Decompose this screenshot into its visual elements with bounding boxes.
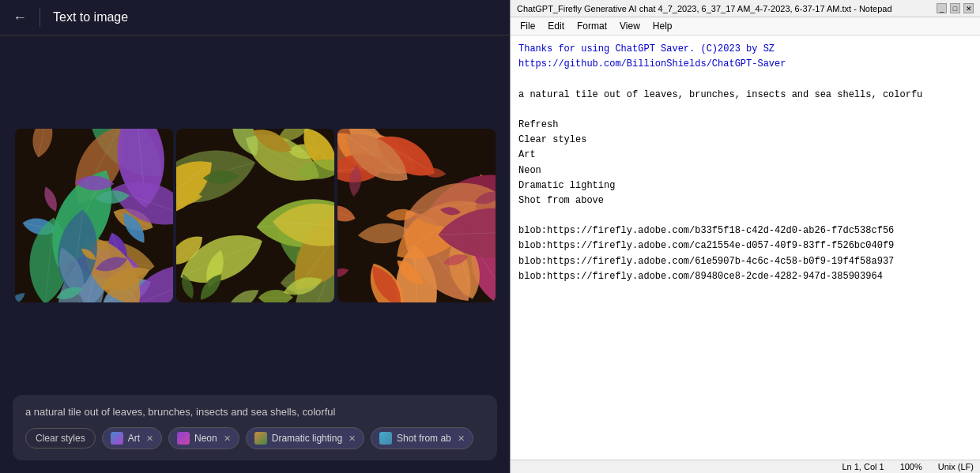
neon-icon [177,432,190,445]
image-thumb-1[interactable] [15,129,173,302]
art-tag[interactable]: Art ✕ [102,427,162,449]
art-icon [111,432,123,445]
right-panel: ChatGPT_Firefly Generative AI chat 4_7_2… [510,0,980,473]
back-button[interactable]: ← [13,9,27,26]
art-label: Art [128,433,140,444]
left-panel: ← Text to image a natural tile out of le… [0,0,510,473]
neon-tag[interactable]: Neon ✕ [168,427,239,449]
art-remove[interactable]: ✕ [146,434,153,444]
image-thumb-3[interactable] [337,129,496,302]
status-zoom: 100% [900,462,922,471]
neon-remove[interactable]: ✕ [224,434,231,444]
image-grid [0,36,510,395]
prompt-area: a natural tile out of leaves, brunches, … [13,395,497,460]
menu-help[interactable]: Help [646,19,679,33]
close-button[interactable]: ✕ [963,3,974,13]
dramatic-remove[interactable]: ✕ [349,434,356,444]
menu-format[interactable]: Format [571,19,613,33]
header: ← Text to image [0,0,510,36]
dramatic-label: Dramatic lighting [272,433,342,444]
notepad-controls: _ □ ✕ [937,3,974,13]
clear-styles-button[interactable]: Clear styles [25,428,96,449]
shot-icon [379,432,392,445]
menu-view[interactable]: View [613,19,646,33]
page-title: Text to image [53,10,128,24]
menu-file[interactable]: File [514,19,541,33]
status-encoding: Unix (LF) [938,462,974,471]
header-divider [40,8,40,27]
notepad-title: ChatGPT_Firefly Generative AI chat 4_7_2… [517,4,892,13]
menu-edit[interactable]: Edit [541,19,571,33]
neon-label: Neon [194,433,217,444]
dramatic-icon [254,432,267,445]
shot-remove[interactable]: ✕ [458,434,465,444]
notepad-menubar: File Edit Format View Help [511,17,980,36]
notepad-statusbar: Ln 1, Col 1 100% Unix (LF) [511,460,980,473]
shot-tag[interactable]: Shot from ab ✕ [371,427,473,449]
dramatic-tag[interactable]: Dramatic lighting ✕ [246,427,364,449]
status-ln-col: Ln 1, Col 1 [842,462,884,471]
shot-label: Shot from ab [397,433,451,444]
notepad-content[interactable]: Thanks for using ChatGPT Saver. (C)2023 … [511,36,980,460]
notepad-titlebar: ChatGPT_Firefly Generative AI chat 4_7_2… [511,0,980,17]
image-thumb-2[interactable] [176,129,334,302]
style-tags: Clear styles Art ✕ Neon ✕ Dramatic light… [25,427,484,449]
prompt-text: a natural tile out of leaves, brunches, … [25,406,484,418]
minimize-button[interactable]: _ [937,3,947,13]
maximize-button[interactable]: □ [950,3,960,13]
